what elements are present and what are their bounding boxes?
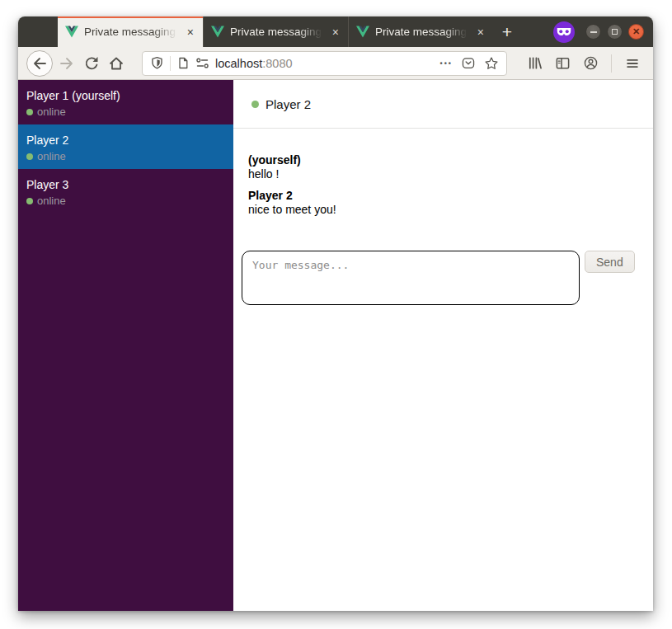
message-item: (yourself) hello ! [248,153,653,181]
account-icon[interactable] [578,51,603,76]
message-item: Player 2 nice to meet you! [248,188,653,217]
player-status: online [26,106,225,118]
close-icon: ✕ [632,27,640,36]
player-name: Player 1 (yourself) [26,88,225,104]
online-dot-icon [26,153,33,160]
page-actions-icon[interactable]: ••• [440,59,453,68]
tab-title: Private messaging [375,26,470,38]
chat-panel: Player 2 (yourself) hello ! Player 2 nic… [233,80,653,611]
site-permissions-icon[interactable] [195,57,209,69]
home-button[interactable] [104,51,129,76]
tracking-protection-shield-icon[interactable] [150,56,164,70]
new-tab-button[interactable]: + [493,16,521,47]
status-label: online [37,106,66,118]
urlbar-actions: ••• [440,56,499,71]
forward-button[interactable] [54,51,79,76]
url-bar[interactable]: localhost:8080 ••• [142,51,507,76]
page-info-icon[interactable] [176,56,190,70]
player-status: online [26,195,225,207]
sidebar-item-player-2[interactable]: Player 2 online [18,124,233,169]
maximize-button[interactable] [607,24,623,40]
browser-window: Private messaging × Private messaging × … [18,16,653,611]
status-label: online [37,150,66,162]
chat-header: Player 2 [233,80,653,129]
tab-close-icon[interactable]: × [331,25,341,40]
maximize-icon [612,29,618,35]
private-browsing-badge [553,21,575,43]
status-label: online [37,195,66,207]
message-sender: Player 2 [248,188,653,203]
navigation-toolbar: localhost:8080 ••• [18,47,653,80]
send-button[interactable]: Send [585,251,635,273]
message-input[interactable] [242,251,580,305]
menu-hamburger-icon[interactable] [620,51,645,76]
window-controls: ✕ [553,16,653,47]
player-name: Player 2 [26,133,225,148]
toolbar-divider [611,54,612,73]
tab-close-icon[interactable]: × [476,25,486,40]
sidebar-item-player-3[interactable]: Player 3 online [18,169,233,214]
chat-header-name: Player 2 [266,97,311,111]
vue-logo-icon [356,26,369,38]
reload-button[interactable] [79,51,104,76]
players-sidebar: Player 1 (yourself) online Player 2 onli… [18,80,233,611]
tab-private-messaging-3[interactable]: Private messaging × [348,16,493,47]
minimize-button[interactable] [585,24,601,40]
tab-close-icon[interactable]: × [186,25,195,40]
message-composer: Send [233,251,653,305]
bookmark-star-icon[interactable] [484,56,499,71]
library-icon[interactable] [522,51,547,76]
back-button[interactable] [26,50,53,77]
sidebars-icon[interactable] [550,51,575,76]
tab-bar: Private messaging × Private messaging × … [18,16,653,47]
private-mask-icon [557,27,571,36]
tab-title: Private messaging [230,26,325,38]
sidebar-item-player-1[interactable]: Player 1 (yourself) online [18,80,233,124]
message-text: hello ! [248,167,653,181]
toolbar-right-icons [522,51,645,76]
message-list: (yourself) hello ! Player 2 nice to meet… [233,129,653,223]
vue-logo-icon [211,26,224,38]
url-host: localhost [215,57,262,70]
tab-private-messaging-1[interactable]: Private messaging × [58,16,203,47]
online-dot-icon [26,109,33,115]
tabbar-drag-area [18,16,58,47]
page-content: Player 1 (yourself) online Player 2 onli… [18,80,653,611]
minimize-icon [590,31,597,33]
player-status: online [26,150,225,162]
tab-title: Private messaging [84,26,180,38]
player-name: Player 3 [26,177,225,193]
url-port: :8080 [262,57,292,70]
url-input[interactable]: localhost:8080 [215,57,435,70]
tab-private-messaging-2[interactable]: Private messaging × [203,16,348,47]
vue-logo-icon [65,26,78,38]
online-dot-icon [251,101,259,108]
urlbar-divider [170,56,171,71]
message-text: nice to meet you! [248,203,653,217]
close-window-button[interactable]: ✕ [628,24,644,40]
pocket-icon[interactable] [461,56,476,71]
message-sender: (yourself) [248,153,653,167]
online-dot-icon [26,198,33,204]
